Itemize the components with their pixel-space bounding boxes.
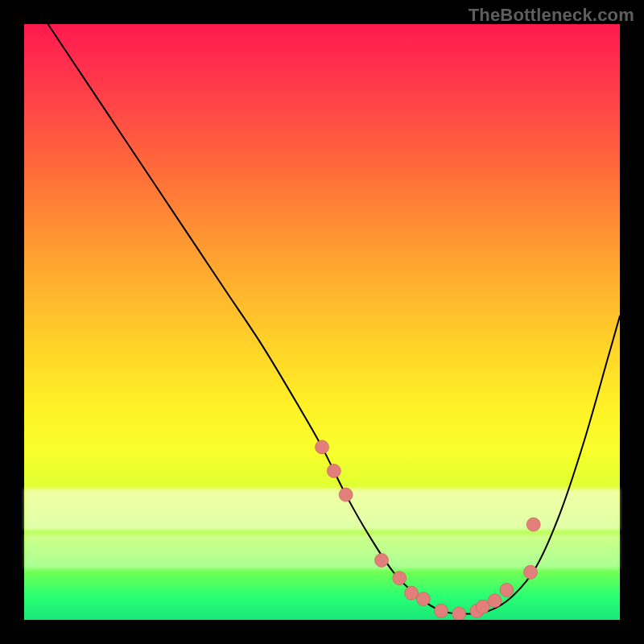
scatter-dot xyxy=(339,488,353,502)
scatter-dot xyxy=(393,572,407,585)
scatter-dot xyxy=(524,565,538,579)
scatter-dot xyxy=(327,464,341,478)
scatter-dot xyxy=(435,604,448,617)
plot-area xyxy=(24,24,620,620)
scatter-dot xyxy=(500,584,514,597)
scatter-dot xyxy=(526,518,540,531)
chart-svg xyxy=(24,24,620,620)
scatter-dots xyxy=(316,440,541,620)
chart-frame: TheBottleneck.com xyxy=(0,0,644,644)
scatter-dot xyxy=(416,592,430,606)
scatter-dot xyxy=(452,607,466,620)
scatter-dot xyxy=(405,586,419,600)
scatter-dot xyxy=(476,600,489,613)
watermark-text: TheBottleneck.com xyxy=(469,5,634,26)
scatter-dot xyxy=(375,554,389,568)
scatter-dot xyxy=(316,440,329,454)
scatter-dot xyxy=(488,594,502,608)
